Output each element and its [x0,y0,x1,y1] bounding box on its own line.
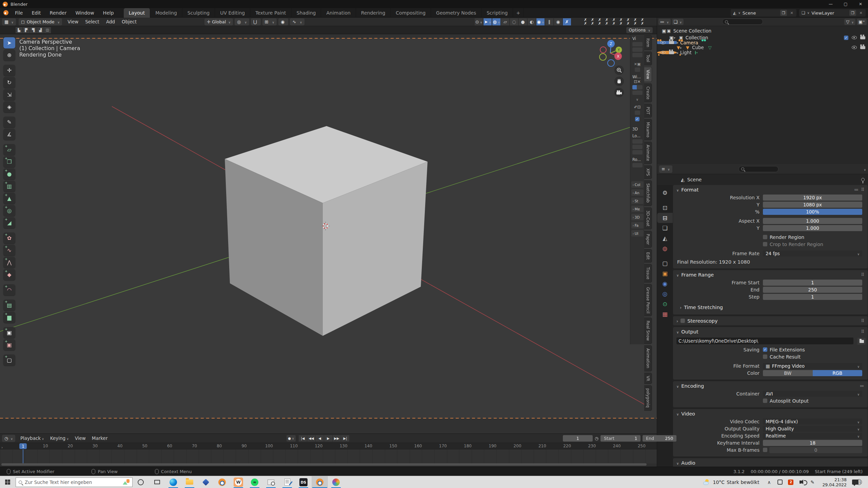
toolbar-tool[interactable]: + ❒ [3,156,15,167]
toolbar-tool[interactable]: + ▱ [3,144,15,155]
pin-icon[interactable] [861,178,865,181]
timeline-editor-type-button[interactable]: ◷ [2,435,15,442]
toolbar-tool[interactable]: ∡ [3,129,15,140]
toolbar-tool[interactable]: ◈ [3,101,15,113]
sidebar-tab[interactable]: Item [644,35,652,50]
disable-in-renders-icon[interactable] [860,36,865,39]
missing-addon-icon[interactable]: ✗✗ [611,18,617,25]
toolbar-tool[interactable]: + ▤ [3,300,15,311]
video-section-header[interactable]: Video [673,409,868,418]
toolbar-tool[interactable]: + ∿ [3,245,15,256]
disclosure-triangle-icon[interactable]: ▸ [677,51,678,55]
transform-control[interactable]: ⋃ [251,18,261,25]
playhead-badge[interactable]: 1 [19,443,27,449]
toolbar-tool[interactable]: ↻ [3,77,15,88]
sidebar-field[interactable] [632,90,643,95]
sidebar-field[interactable] [635,67,640,72]
transform-control[interactable]: ◉ [278,18,288,25]
properties-tab[interactable]: ❏ [657,223,673,233]
sidebar-tab[interactable]: Edit [644,249,652,263]
outliner-search-input[interactable] [722,19,763,25]
disable-in-renders-icon[interactable] [669,51,674,54]
object-name[interactable]: Scene Collection [673,28,711,34]
workspace-tab[interactable]: UV Editing [215,8,250,18]
viewport-toggle[interactable]: ✗ [563,18,571,25]
maximize-button[interactable]: ▢ [838,0,853,8]
properties-tab[interactable]: ⊟ [657,213,673,223]
sidebar-slider[interactable] [632,53,643,57]
timeline-menu-item[interactable]: Playback [17,435,47,441]
missing-addon-icon[interactable]: ✗✗ [597,18,603,25]
missing-addon-icon[interactable]: ✗✗ [639,18,645,25]
sidebar-tab[interactable]: View [644,67,652,82]
camera-lock-icon[interactable]: ✕▣ [634,62,641,66]
workspace-tab[interactable]: Animation [321,8,356,18]
collapsed-panel-header[interactable]: Me [631,206,644,212]
crop-to-render-region-checkbox[interactable] [763,242,767,246]
encoding-section-header[interactable]: Encoding≔ [673,381,868,390]
outliner-filter-collection-button[interactable]: ❏ [672,19,684,25]
taskbar-app-button[interactable] [165,476,181,488]
file-extensions-checkbox[interactable]: ✓ [763,347,767,352]
breadcrumb-label[interactable]: Scene [687,177,702,182]
missing-addon-icon[interactable]: ✗✗ [583,18,588,25]
disclosure-triangle-icon[interactable]: ▸ [680,46,685,49]
main-menu-item[interactable]: Window [71,8,98,18]
scene-selector[interactable]: ◭∨ Scene ❐ ✕ [731,9,796,17]
toolbar-tool[interactable]: ⇲ [3,89,15,100]
keyframe-interval-field[interactable]: 18 [763,440,862,446]
frame-range-section-header[interactable]: Frame Range⠿ [673,270,868,279]
sidebar-tab[interactable]: Tissue [644,264,652,282]
auto-keying-button[interactable]: ● [287,435,296,442]
toolbar-tool[interactable]: ✎ [3,117,15,128]
playhead-line[interactable] [23,449,23,464]
transform-control[interactable]: ∿ [290,18,304,25]
toolbar-tool[interactable]: ➤ [3,37,15,48]
workspace-tab[interactable]: Modeling [150,8,182,18]
unlink-scene-button[interactable]: ✕ [788,10,795,16]
max-bframes-checkbox[interactable] [763,448,767,452]
collapsed-panel-header[interactable]: St [631,198,644,204]
properties-search-input[interactable] [738,166,778,172]
presets-icon[interactable]: ≔ [854,187,859,192]
viewport-toggle[interactable]: ‖ [545,18,553,25]
sidebar-tab[interactable]: PDT [644,104,652,118]
workspace-tab[interactable]: Geometry Nodes [431,8,481,18]
collapsed-panel-header[interactable]: Col [631,181,644,188]
workspace-tab[interactable]: Texture Paint [250,8,291,18]
viewport-toggle[interactable]: ◉ [554,18,562,25]
viewport-toggle[interactable]: ◍ [492,18,500,25]
time-stretching-header[interactable]: Time Stretching [673,303,868,312]
close-button[interactable]: ✕ [853,0,868,8]
disable-in-renders-icon[interactable] [860,46,865,49]
sidebar-tab[interactable]: XPS [644,165,652,179]
missing-addon-icon[interactable]: ✗✗ [590,18,595,25]
toolbar-tool[interactable]: + ◢ [3,217,15,228]
transform-control[interactable]: ⊞ [262,18,277,25]
current-frame-field[interactable]: 1 [563,435,593,442]
view-section-header[interactable]: Vi [631,36,636,41]
output-path-field[interactable]: C:\Users\komyf\OneDrive\Desktop\ [676,338,853,344]
toolbar-tool[interactable]: + ⋀ [3,257,15,268]
new-collection-button[interactable]: ▣⁺ [857,19,867,25]
properties-tab[interactable]: ⊙ [657,299,673,309]
main-menu-item[interactable]: Render [45,8,71,18]
properties-tab[interactable]: ▣ [657,268,673,279]
transform-control[interactable]: ✛Global [204,18,233,25]
audio-section-header[interactable]: Audio [673,458,868,467]
viewport-menu-item[interactable]: Object [118,19,140,24]
workspace-tab[interactable]: Shading [292,8,321,18]
sidebar-slider[interactable] [632,42,643,46]
missing-addon-icon[interactable]: ✗✗ [618,18,624,25]
taskbar-app-button[interactable] [279,476,295,488]
taskbar-app-button[interactable]: ≈ [246,476,263,488]
properties-tab[interactable]: ▢ [657,258,673,268]
frame-end-field-timeline[interactable]: End250 [643,435,676,442]
viewport-3d[interactable]: Camera Perspective (1) Collection | Came… [0,34,657,433]
timeline-menu-item[interactable]: View [72,435,89,441]
object-name[interactable]: Cube [692,45,704,50]
viewport-toggle[interactable]: ◐ [528,18,536,25]
encoding-speed-dropdown[interactable]: Realtime [763,433,862,439]
toolbar-tool[interactable]: + ● [3,168,15,180]
taskbar-app-button[interactable] [181,476,198,488]
